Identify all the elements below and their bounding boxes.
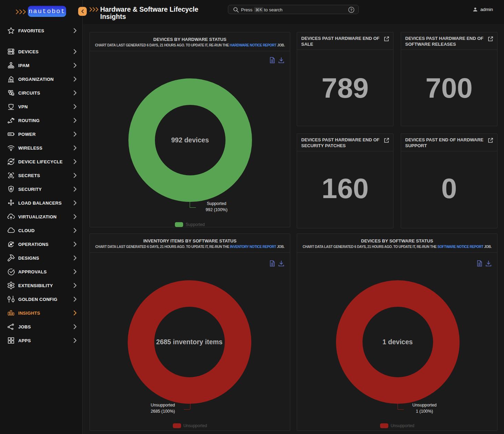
svg-text:?: ? — [350, 8, 353, 12]
